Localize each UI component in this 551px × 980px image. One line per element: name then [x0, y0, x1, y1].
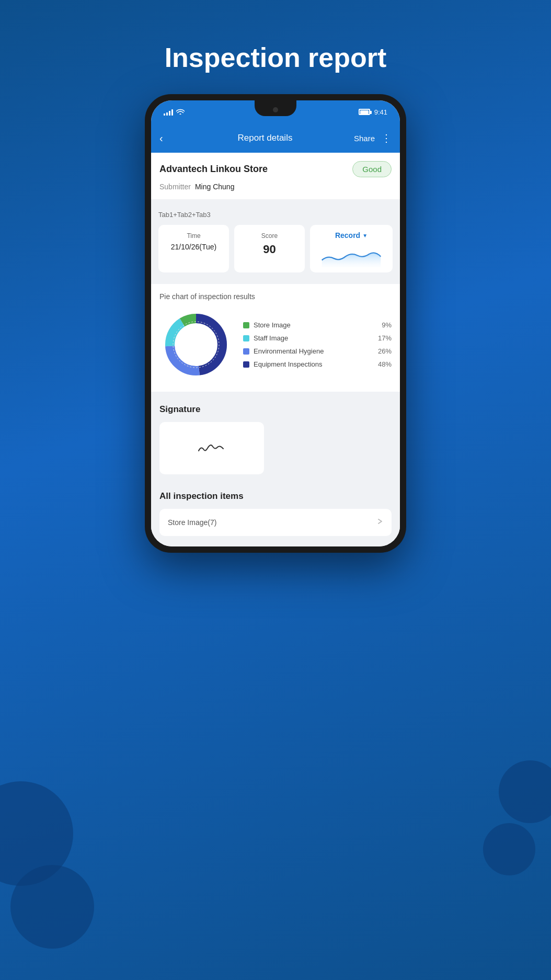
inspection-items-heading: All inspection items — [159, 491, 392, 502]
battery-fill — [360, 110, 369, 115]
time-card: Time 21/10/26(Tue) — [158, 225, 229, 272]
app-bar-title: Report details — [238, 133, 293, 143]
status-time: 9:41 — [374, 108, 387, 116]
signal-bar-1 — [164, 113, 165, 116]
legend-item-1: Staff Image 17% — [243, 334, 392, 342]
score-value: 90 — [263, 243, 276, 256]
time-label: Time — [187, 232, 200, 240]
status-right: 9:41 — [359, 108, 387, 116]
bg-decoration-2 — [10, 865, 94, 949]
tab-label: Tab1+Tab2+Tab3 — [158, 211, 393, 219]
score-card: Score 90 — [234, 225, 305, 272]
inspection-section: All inspection items Store Image(7) — [151, 483, 400, 536]
camera-dot — [273, 107, 278, 112]
legend-item-3: Equipment Inspections 48% — [243, 360, 392, 368]
app-bar-actions: Share ⋮ — [354, 132, 392, 144]
svg-point-5 — [176, 325, 216, 364]
legend-dot-1 — [243, 335, 249, 341]
pie-chart — [159, 308, 233, 381]
signal-bars-icon — [164, 108, 173, 116]
page-title: Inspection report — [165, 42, 387, 73]
legend-label-0: Store Image — [254, 321, 377, 329]
phone-frame: 9:41 ‹ Report details Share ⋮ Advantech … — [145, 94, 406, 553]
legend-item-0: Store Image 9% — [243, 321, 392, 329]
signal-bar-3 — [169, 111, 170, 116]
phone-screen: 9:41 ‹ Report details Share ⋮ Advantech … — [151, 100, 400, 546]
content-area: Advantech Linkou Store Good Submitter Mi… — [151, 153, 400, 546]
stats-cards: Time 21/10/26(Tue) Score 90 Record ▼ — [158, 225, 393, 272]
legend-label-3: Equipment Inspections — [254, 360, 374, 368]
battery-icon — [359, 109, 370, 115]
score-label: Score — [261, 232, 278, 240]
wifi-icon — [176, 108, 185, 116]
legend-pct-2: 26% — [378, 347, 392, 355]
signature-heading: Signature — [159, 404, 392, 415]
legend-label-1: Staff Image — [254, 334, 374, 342]
pie-container: Store Image 9% Staff Image 17% Environme… — [159, 308, 392, 381]
legend-pct-1: 17% — [378, 334, 392, 342]
legend-dot-3 — [243, 361, 249, 368]
signal-bar-4 — [171, 109, 173, 116]
record-header: Record ▼ — [335, 231, 368, 240]
record-chart — [315, 244, 387, 267]
record-label: Record — [335, 231, 360, 240]
submitter-row: Submitter Ming Chung — [159, 183, 392, 191]
store-name: Advantech Linkou Store — [159, 163, 268, 175]
back-button[interactable]: ‹ — [159, 132, 176, 144]
report-title-row: Advantech Linkou Store Good — [159, 161, 392, 177]
time-value: 21/10/26(Tue) — [171, 243, 216, 251]
status-left — [164, 108, 185, 116]
submitter-name: Ming Chung — [195, 183, 235, 191]
submitter-label: Submitter — [159, 183, 191, 191]
stats-section: Tab1+Tab2+Tab3 Time 21/10/26(Tue) Score … — [151, 203, 400, 280]
report-header: Advantech Linkou Store Good Submitter Mi… — [151, 153, 400, 199]
record-card[interactable]: Record ▼ — [310, 225, 393, 272]
inspection-item-row-0[interactable]: Store Image(7) — [159, 509, 392, 536]
signature-section: Signature — [151, 396, 400, 474]
status-bar: 9:41 — [151, 100, 400, 123]
legend-pct-0: 9% — [382, 321, 392, 329]
signature-card — [159, 422, 264, 474]
pie-section: Pie chart of inspection results — [151, 284, 400, 392]
record-dropdown-icon: ▼ — [362, 233, 368, 238]
notch — [255, 100, 296, 116]
pie-section-title: Pie chart of inspection results — [159, 292, 392, 301]
legend: Store Image 9% Staff Image 17% Environme… — [243, 321, 392, 368]
chevron-right-icon — [377, 517, 383, 528]
legend-dot-2 — [243, 348, 249, 355]
legend-label-2: Environmental Hygiene — [254, 347, 374, 355]
bg-decoration-4 — [483, 823, 535, 875]
signal-bar-2 — [166, 112, 168, 116]
inspection-item-label-0: Store Image(7) — [168, 518, 216, 527]
status-badge: Good — [352, 161, 392, 177]
legend-item-2: Environmental Hygiene 26% — [243, 347, 392, 355]
bg-decoration-3 — [499, 760, 551, 823]
app-bar: ‹ Report details Share ⋮ — [151, 123, 400, 153]
share-button[interactable]: Share — [354, 134, 375, 143]
signature-drawing — [191, 435, 233, 461]
legend-dot-0 — [243, 322, 249, 328]
legend-pct-3: 48% — [378, 360, 392, 368]
more-menu-button[interactable]: ⋮ — [381, 132, 392, 144]
